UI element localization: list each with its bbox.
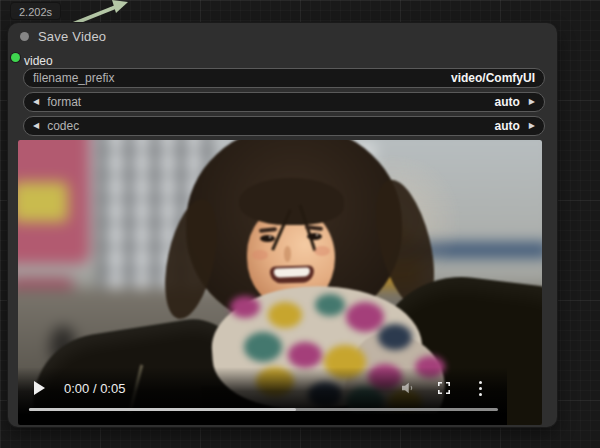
time-display: 0:00 / 0:05 xyxy=(64,381,125,396)
play-button[interactable] xyxy=(34,381,45,395)
format-value: auto xyxy=(495,95,520,109)
format-prev-arrow-icon[interactable]: ◀ xyxy=(33,98,39,106)
subject-nose xyxy=(284,246,291,262)
codec-next-arrow-icon[interactable]: ▶ xyxy=(529,122,535,130)
subject-smile xyxy=(270,265,315,284)
codec-label: codec xyxy=(47,119,79,133)
subject-blush-right xyxy=(314,246,330,256)
format-next-arrow-icon[interactable]: ▶ xyxy=(529,98,535,106)
format-label: format xyxy=(47,95,81,109)
video-input-label: video xyxy=(24,54,53,68)
overflow-menu-icon xyxy=(479,387,482,390)
node-header[interactable]: Save Video xyxy=(8,23,557,45)
video-controls-overlay: 0:00 / 0:05 xyxy=(18,367,507,425)
graph-canvas[interactable]: { "canvas": { "badge_label": "2.202s" },… xyxy=(0,0,600,448)
overflow-menu-icon xyxy=(479,393,482,396)
subject-blush-left xyxy=(252,250,268,260)
fullscreen-icon xyxy=(436,380,452,396)
volume-icon xyxy=(399,379,417,397)
subject-bangs xyxy=(239,178,344,225)
fullscreen-button[interactable] xyxy=(433,377,455,399)
overflow-menu-icon xyxy=(479,381,482,384)
video-controls-row: 0:00 / 0:05 xyxy=(18,373,507,403)
video-input-slot-icon[interactable] xyxy=(11,53,20,62)
node-status-dot-icon xyxy=(20,32,29,41)
filename-prefix-value: video/ComfyUI xyxy=(451,71,535,85)
codec-combo-widget[interactable]: ◀ codec auto ▶ xyxy=(23,116,545,136)
volume-button[interactable] xyxy=(397,377,419,399)
progress-played xyxy=(29,408,296,411)
subject-scarf-pattern xyxy=(230,296,260,318)
video-preview-player[interactable]: 0:00 / 0:05 xyxy=(18,140,542,425)
execution-time-badge: 2.202s xyxy=(10,2,61,20)
filename-prefix-widget[interactable]: filename_prefix video/ComfyUI xyxy=(23,68,545,88)
input-slot-row: video xyxy=(8,45,557,68)
node-title: Save Video xyxy=(38,29,106,44)
codec-prev-arrow-icon[interactable]: ◀ xyxy=(33,122,39,130)
filename-prefix-label: filename_prefix xyxy=(33,71,114,85)
video-progress-bar[interactable] xyxy=(29,408,498,411)
subject-eye-right xyxy=(307,233,322,240)
codec-value: auto xyxy=(495,119,520,133)
format-combo-widget[interactable]: ◀ format auto ▶ xyxy=(23,92,545,112)
subject-eye-left xyxy=(260,235,275,242)
overflow-menu-button[interactable] xyxy=(469,377,491,399)
subject-teeth xyxy=(274,267,310,277)
save-video-node[interactable]: Save Video video filename_prefix video/C… xyxy=(8,23,557,427)
